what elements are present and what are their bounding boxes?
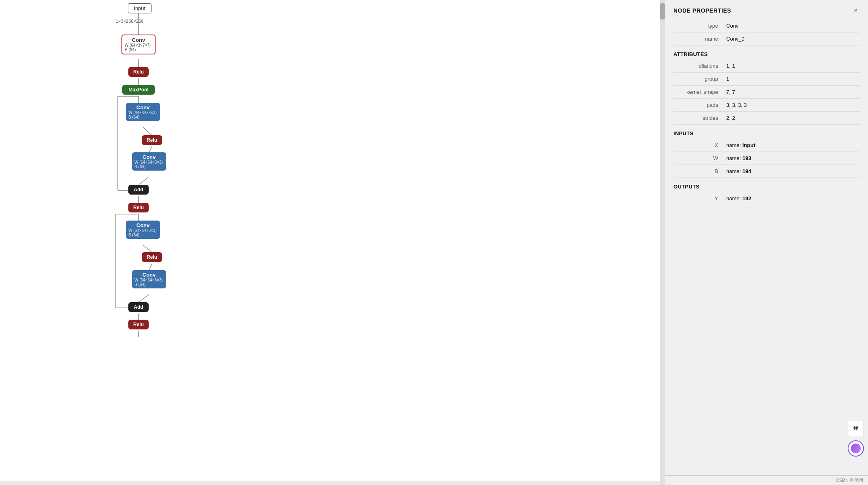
prop-val-input-b: name: 194	[726, 168, 751, 174]
svg-line-13	[149, 264, 152, 270]
outputs-header: OUTPUTS	[673, 178, 860, 192]
prop-row-group: group 1	[673, 73, 860, 86]
prop-val-strides: 2, 2	[726, 115, 735, 121]
prop-key-input-x: X	[673, 142, 726, 148]
prop-row-input-x: X name: input	[673, 139, 860, 152]
graph-canvas: input 1×3×256×256 Conv W (64×3×7×7) B (6…	[0, 0, 665, 485]
conv2-node[interactable]: Conv W (64×64×3×3) B (64)	[132, 152, 166, 171]
prop-row-dilations: dilations 1, 1	[673, 60, 860, 73]
translate-button[interactable]: 译	[848, 420, 864, 436]
panel-title: NODE PROPERTIES	[673, 7, 731, 14]
circle-icon	[851, 444, 861, 453]
prop-val-output-y: name: 192	[726, 195, 751, 201]
inputs-header: INPUTS	[673, 125, 860, 139]
add0-node[interactable]: Add	[128, 185, 149, 195]
relu2-node[interactable]: Relu	[128, 203, 149, 212]
bottom-bar: CSDN 申优明	[665, 475, 868, 485]
graph-container: input 1×3×256×256 Conv W (64×3×7×7) B (6…	[0, 0, 660, 481]
vertical-scrollbar[interactable]	[660, 0, 665, 485]
prop-val-input-x: name: input	[726, 142, 755, 148]
prop-key-type: type	[673, 23, 726, 29]
svg-line-5	[149, 147, 152, 152]
panel-content: type Conv name Conv_0 ATTRIBUTES dilatio…	[665, 19, 868, 485]
graph-svg	[0, 0, 660, 481]
relu4-node[interactable]: Relu	[128, 320, 149, 329]
conv4-node[interactable]: Conv W (64×64×3×3) B (64)	[132, 270, 166, 288]
prop-key-strides: strides	[673, 115, 726, 121]
prop-row-input-w: W name: 193	[673, 152, 860, 165]
conv1-node[interactable]: Conv W (64×64×3×3) B (64)	[126, 103, 160, 121]
prop-key-pads: pads	[673, 102, 726, 108]
add1-node[interactable]: Add	[128, 302, 149, 312]
conv3-node[interactable]: Conv W (64×64×3×3) B (64)	[126, 221, 160, 239]
prop-key-input-w: W	[673, 155, 726, 161]
prop-row-kernel-shape: kernel_shape 7, 7	[673, 86, 860, 99]
relu3-node[interactable]: Relu	[142, 252, 162, 262]
prop-val-group: 1	[726, 76, 729, 82]
svg-line-4	[143, 127, 152, 135]
prop-val-name: Conv_0	[726, 36, 745, 42]
prop-key-name: name	[673, 36, 726, 42]
svg-line-12	[143, 245, 152, 252]
relu1-node[interactable]: Relu	[142, 135, 162, 145]
prop-row-pads: pads 3, 3, 3, 3	[673, 99, 860, 112]
prop-key-dilations: dilations	[673, 63, 726, 69]
horizontal-scrollbar[interactable]	[0, 481, 660, 485]
prop-val-kernel-shape: 7, 7	[726, 89, 735, 95]
prop-key-output-y: Y	[673, 195, 726, 201]
properties-panel: NODE PROPERTIES × type Conv name Conv_0 …	[665, 0, 868, 485]
prop-val-dilations: 1, 1	[726, 63, 735, 69]
scrollbar-thumb[interactable]	[660, 3, 665, 19]
attributes-header: ATTRIBUTES	[673, 45, 860, 60]
conv0-node[interactable]: Conv W (64×3×7×7) B (64)	[121, 35, 156, 54]
prop-row-name: name Conv_0	[673, 32, 860, 45]
prop-val-input-w: name: 193	[726, 155, 751, 161]
circle-action-button[interactable]	[848, 440, 864, 457]
prop-key-kernel-shape: kernel_shape	[673, 89, 726, 95]
prop-key-group: group	[673, 76, 726, 82]
prop-val-type: Conv	[726, 23, 738, 29]
prop-row-type: type Conv	[673, 19, 860, 32]
prop-key-input-b: B	[673, 168, 726, 174]
prop-row-strides: strides 2, 2	[673, 112, 860, 125]
input-node-label: input	[128, 3, 152, 13]
bottom-bar-text: CSDN 申优明	[836, 477, 863, 483]
prop-row-input-b: B name: 194	[673, 165, 860, 178]
svg-line-6	[139, 177, 149, 185]
relu0-node[interactable]: Relu	[128, 67, 149, 77]
close-button[interactable]: ×	[852, 6, 860, 15]
translate-icon: 译	[853, 425, 858, 432]
svg-line-14	[139, 294, 149, 302]
maxpool-node[interactable]: MaxPool	[122, 85, 155, 95]
input-node[interactable]: input	[128, 3, 152, 13]
prop-val-pads: 3, 3, 3, 3	[726, 102, 747, 108]
dim-label: 1×3×256×256	[116, 19, 143, 24]
prop-row-output-y: Y name: 192	[673, 192, 860, 205]
panel-header: NODE PROPERTIES ×	[665, 0, 868, 19]
